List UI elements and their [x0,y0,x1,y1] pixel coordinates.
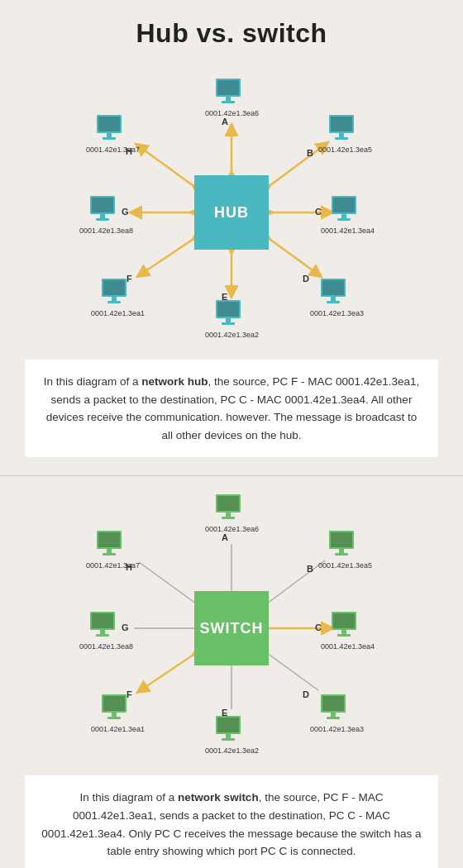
svg-line-47 [267,653,318,690]
svg-rect-66 [327,717,340,719]
svg-rect-77 [100,630,105,634]
switch-port-b: B [307,564,313,574]
switch-pc-d: 0001.42e1.3ea3 [310,693,364,733]
hub-port-d: D [303,274,309,284]
svg-rect-19 [341,214,346,218]
svg-rect-13 [217,80,239,95]
switch-port-d: D [303,689,309,699]
svg-rect-21 [333,198,355,212]
hub-port-b: B [307,148,313,158]
hub-section: HUB 0001.42e1.3ea6 A 0001.42e1.3ea5 B 00… [0,64,463,472]
hub-pc-e: 0001.42e1.3ea2 [205,298,259,339]
svg-rect-29 [217,302,239,317]
hub-pc-f: 0001.42e1.3ea1 [91,277,145,317]
svg-rect-24 [327,301,340,303]
svg-rect-71 [217,718,239,732]
svg-line-51 [139,562,196,603]
switch-section: SWITCH 0001.42e1.3ea6 A 0001.42e1.3ea5 B… [0,479,463,868]
svg-rect-41 [98,117,120,131]
svg-rect-63 [333,613,355,628]
svg-rect-70 [222,738,235,741]
switch-pc-c: 0001.42e1.3ea4 [321,610,375,651]
svg-rect-81 [107,549,112,553]
svg-rect-62 [337,634,351,637]
svg-rect-35 [100,214,105,218]
svg-rect-40 [103,137,116,140]
svg-rect-82 [103,553,116,556]
svg-rect-11 [226,97,231,101]
svg-rect-12 [222,101,235,103]
svg-rect-36 [96,218,109,221]
svg-line-7 [141,237,196,274]
svg-rect-78 [96,634,109,637]
svg-rect-69 [226,734,231,738]
svg-rect-27 [226,318,231,322]
switch-pc-a: 0001.42e1.3ea6 [205,493,259,533]
svg-rect-67 [322,696,344,711]
svg-rect-15 [339,133,344,137]
switch-pc-f: 0001.42e1.3ea1 [91,693,145,733]
svg-rect-53 [226,513,231,517]
svg-rect-83 [98,532,120,547]
svg-line-45 [267,560,325,603]
svg-rect-33 [103,280,125,295]
switch-port-g: G [122,622,129,632]
hub-port-e: E [222,292,227,302]
hub-port-f: F [126,274,132,284]
svg-line-5 [267,237,318,274]
svg-line-49 [141,653,196,690]
svg-rect-73 [112,713,117,717]
svg-rect-20 [337,218,351,221]
hub-pc-c: 0001.42e1.3ea4 [321,194,375,235]
hub-center-label: HUB [194,175,269,250]
svg-rect-25 [322,280,344,295]
switch-diagram: SWITCH 0001.42e1.3ea6 A 0001.42e1.3ea5 B… [0,488,463,769]
hub-diagram: HUB 0001.42e1.3ea6 A 0001.42e1.3ea5 B 00… [0,72,463,353]
svg-rect-39 [107,133,112,137]
svg-rect-28 [222,322,235,325]
hub-pc-d: 0001.42e1.3ea3 [310,277,364,317]
hub-pc-b: 0001.42e1.3ea5 [318,113,372,154]
switch-description: In this diagram of a network switch, the… [25,775,438,868]
svg-rect-54 [222,517,235,519]
svg-rect-74 [107,717,121,719]
hub-pc-a: 0001.42e1.3ea6 [205,77,259,117]
svg-rect-55 [217,496,239,511]
switch-port-a: A [222,532,228,542]
svg-line-9 [139,146,196,188]
svg-rect-75 [103,696,125,711]
hub-description: In this diagram of a network hub, the so… [25,360,438,457]
switch-center-label: SWITCH [194,591,269,665]
svg-rect-32 [107,301,121,303]
svg-line-3 [267,145,325,188]
switch-pc-e: 0001.42e1.3ea2 [205,714,259,755]
page-title: Hub vs. switch [0,0,463,64]
section-divider [0,475,463,476]
svg-rect-16 [335,137,348,140]
svg-rect-61 [341,630,346,634]
svg-rect-79 [92,613,113,628]
switch-port-c: C [315,622,322,632]
svg-rect-57 [339,549,344,553]
svg-rect-58 [335,553,348,556]
hub-port-a: A [222,117,228,126]
svg-rect-17 [331,117,352,131]
hub-port-g: G [122,207,129,217]
hub-port-c: C [315,207,322,217]
svg-rect-23 [331,297,336,301]
hub-port-h: H [126,146,132,156]
svg-rect-59 [331,532,352,547]
svg-rect-37 [92,198,113,212]
switch-port-e: E [222,708,227,718]
svg-rect-31 [112,297,117,301]
switch-port-h: H [126,562,132,572]
switch-pc-b: 0001.42e1.3ea5 [318,529,372,570]
svg-rect-65 [331,713,336,717]
switch-port-f: F [126,689,132,699]
